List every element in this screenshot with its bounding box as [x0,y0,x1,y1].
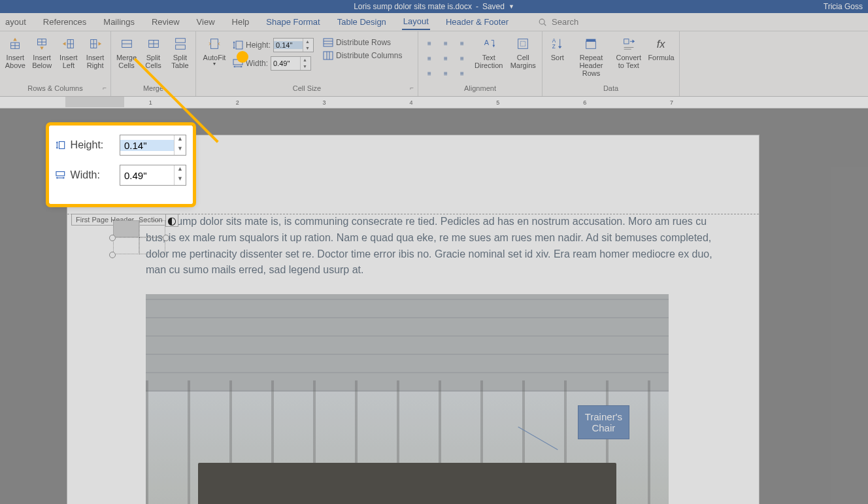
svg-marker-61 [56,176,58,178]
tab-table-design[interactable]: Table Design [336,14,388,29]
alignment-grid: ≡≡≡ ≡≡≡ ≡≡≡ [422,34,469,80]
spinner-down-icon[interactable]: ▼ [175,145,186,155]
svg-marker-62 [63,176,65,178]
tab-table-layout[interactable]: Layout [402,14,430,30]
svg-marker-41 [492,45,495,48]
insert-right-button[interactable]: Insert Right [84,34,107,69]
align-mid-right[interactable]: ≡ [455,52,469,65]
split-cells-button[interactable]: Split Cells [142,34,165,69]
insert-below-button[interactable]: Insert Below [31,34,54,69]
width-icon [56,171,65,180]
tab-mailings[interactable]: Mailings [102,14,136,29]
layout-options-icon[interactable]: ◐ [165,214,178,227]
group-label-merge: Merge [115,84,192,96]
width-spinner[interactable]: ▲▼ [271,56,311,71]
width-label: Width: [246,59,268,68]
align-bot-right[interactable]: ≡ [455,67,469,80]
tab-review[interactable]: Review [150,14,181,29]
height-label: Height: [246,41,271,50]
svg-rect-23 [175,39,185,42]
svg-text:A: A [484,39,489,46]
tab-header-footer[interactable]: Header & Footer [444,14,510,29]
align-bot-center[interactable]: ≡ [439,67,453,80]
tab-view[interactable]: View [195,14,216,29]
convert-to-text-button[interactable]: Convert to Text [614,34,643,69]
autofit-button[interactable]: AutoFit▾ [200,34,229,67]
tab-help[interactable]: Help [231,14,251,29]
svg-marker-47 [558,46,562,49]
conference-room-image[interactable]: Trainer's Chair [146,294,669,504]
search-input[interactable] [552,17,630,27]
distribute-rows-button[interactable]: Distribute Rows [323,38,402,47]
sort-button[interactable]: AZSort [546,34,569,61]
callout-box[interactable]: Trainer's Chair [578,405,629,439]
save-status[interactable]: Saved [482,2,505,11]
svg-marker-13 [63,42,66,46]
distribute-columns-icon [323,51,333,60]
chevron-down-icon[interactable]: ▼ [509,3,514,10]
dialog-launcher-icon[interactable]: ⌐ [410,84,414,92]
svg-marker-29 [233,48,235,50]
title-bar: Loris sump dolor sits mate is.docx - Sav… [0,0,868,13]
align-mid-left[interactable]: ≡ [422,52,437,65]
group-label-rows-columns: Rows & Columns [27,84,82,92]
user-name[interactable]: Tricia Goss [824,2,863,11]
spinner-down-icon[interactable]: ▼ [301,63,309,70]
width-spinner-zoom[interactable]: ▲▼ [120,165,186,186]
svg-text:Z: Z [552,44,556,50]
svg-marker-32 [233,66,235,68]
ribbon-tabs: ayout References Mailings Review View He… [0,13,868,31]
svg-rect-34 [324,39,333,46]
distribute-rows-icon [323,38,333,47]
group-label-data: Data [546,84,675,96]
spinner-up-icon[interactable]: ▲ [303,39,312,45]
svg-rect-37 [324,52,333,59]
paragraph-text[interactable]: Loris sump dolor sits mate is, is commun… [146,214,713,278]
svg-marker-57 [56,141,58,143]
align-top-left[interactable]: ≡ [422,37,437,50]
svg-rect-59 [56,172,65,176]
split-table-button[interactable]: Split Table [169,34,192,69]
spinner-up-icon[interactable]: ▲ [301,57,309,63]
tab-references[interactable]: References [42,14,88,29]
align-top-right[interactable]: ≡ [455,37,469,50]
distribute-columns-button[interactable]: Distribute Columns [323,51,402,60]
width-input[interactable] [271,59,300,67]
insert-above-button[interactable]: Insert Above [4,34,27,69]
svg-rect-55 [59,142,64,149]
svg-rect-43 [521,41,526,46]
height-input-zoom[interactable] [120,140,174,151]
tab-page-layout[interactable]: ayout [4,14,27,29]
formula-button[interactable]: fxFormula [647,34,675,61]
merge-cells-button[interactable]: Merge Cells [115,34,138,69]
table-object[interactable] [113,220,165,254]
cell-margins-button[interactable]: Cell Margins [508,34,538,69]
spinner-down-icon[interactable]: ▼ [303,45,312,52]
svg-marker-5 [14,38,18,41]
height-spinner[interactable]: ▲▼ [273,38,314,52]
height-spinner-zoom[interactable]: ▲▼ [120,135,186,156]
svg-text:fx: fx [656,38,665,50]
horizontal-ruler[interactable]: 1234567 [0,97,868,109]
svg-line-1 [544,24,546,25]
svg-marker-9 [40,47,44,50]
text-direction-button[interactable]: AText Direction [473,34,504,69]
align-top-center[interactable]: ≡ [439,37,453,50]
align-bot-left[interactable]: ≡ [422,67,437,80]
svg-marker-33 [241,66,243,68]
svg-rect-25 [211,39,218,49]
dialog-launcher-icon[interactable]: ⌐ [103,84,107,92]
insert-left-button[interactable]: Insert Left [58,34,80,69]
tab-shape-format[interactable]: Shape Format [265,14,321,29]
width-label-zoom: Width: [71,169,114,181]
group-label-cell-size: Cell Size [293,84,321,92]
svg-rect-50 [624,39,628,44]
height-input[interactable] [274,41,303,49]
spinner-up-icon[interactable]: ▲ [175,135,186,145]
spinner-up-icon[interactable]: ▲ [175,165,186,175]
align-mid-center[interactable]: ≡ [439,52,453,65]
spinner-down-icon[interactable]: ▼ [175,175,186,185]
width-input-zoom[interactable] [120,170,174,181]
repeat-header-rows-button[interactable]: Repeat Header Rows [573,34,610,77]
height-icon [56,141,65,150]
